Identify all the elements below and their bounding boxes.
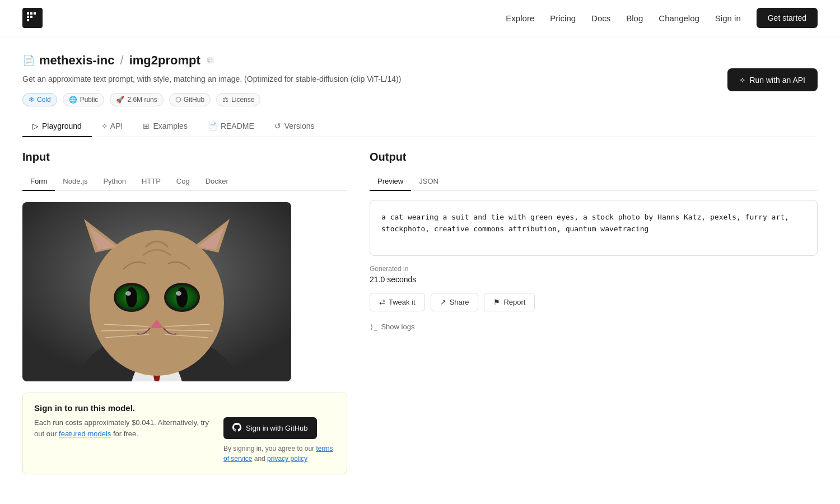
model-name: img2prompt bbox=[129, 53, 200, 68]
nav-blog[interactable]: Blog bbox=[626, 13, 643, 23]
svg-point-18 bbox=[126, 287, 137, 307]
signin-description: Each run costs approximately $0.041. Alt… bbox=[34, 417, 212, 439]
input-tabs: Form Node.js Python HTTP Cog Docker bbox=[22, 172, 347, 191]
output-result-box: a cat wearing a suit and tie with green … bbox=[370, 200, 818, 256]
output-tabs: Preview JSON bbox=[370, 172, 818, 191]
input-tab-cog[interactable]: Cog bbox=[169, 172, 198, 191]
input-tab-http[interactable]: HTTP bbox=[134, 172, 169, 191]
rocket-icon: 🚀 bbox=[116, 96, 124, 104]
report-button[interactable]: ⚑ Report bbox=[484, 293, 535, 311]
nav-changelog[interactable]: Changelog bbox=[659, 13, 699, 23]
svg-point-22 bbox=[176, 287, 188, 307]
model-org-link[interactable]: methexis-inc bbox=[39, 53, 115, 68]
versions-icon: ↺ bbox=[274, 122, 281, 130]
readme-icon: 📄 bbox=[208, 122, 217, 130]
flag-icon: ⚑ bbox=[493, 298, 500, 306]
svg-rect-3 bbox=[27, 19, 29, 21]
input-image-container bbox=[22, 202, 291, 381]
nav-docs[interactable]: Docs bbox=[591, 13, 610, 23]
output-tab-preview[interactable]: Preview bbox=[370, 172, 411, 191]
featured-models-link[interactable]: featured models bbox=[59, 430, 111, 438]
input-tab-docker[interactable]: Docker bbox=[198, 172, 236, 191]
nav-signin[interactable]: Sign in bbox=[715, 13, 741, 23]
nav-explore[interactable]: Explore bbox=[506, 13, 534, 23]
input-tab-nodejs[interactable]: Node.js bbox=[55, 172, 95, 191]
signin-right: Sign in with GitHub By signing in, you a… bbox=[223, 417, 335, 464]
get-started-button[interactable]: Get started bbox=[757, 8, 818, 28]
globe-icon: 🌐 bbox=[69, 96, 77, 104]
svg-point-19 bbox=[125, 291, 131, 296]
examples-icon: ⊞ bbox=[143, 122, 150, 130]
output-section: Output Preview JSON a cat wearing a suit… bbox=[370, 151, 818, 474]
svg-point-11 bbox=[90, 230, 224, 376]
scale-icon: ⚖ bbox=[222, 96, 228, 104]
replicate-logo-icon bbox=[22, 8, 43, 28]
tab-versions[interactable]: ↺ Versions bbox=[264, 115, 325, 137]
output-result-text: a cat wearing a suit and tie with green … bbox=[381, 213, 789, 233]
model-separator: / bbox=[120, 53, 124, 68]
snowflake-icon: ❄ bbox=[29, 96, 34, 104]
share-icon: ↗ bbox=[440, 298, 446, 306]
svg-rect-6 bbox=[30, 16, 32, 18]
badge-github-link[interactable]: ⬡ GitHub bbox=[169, 93, 211, 106]
show-logs-button[interactable]: ⟩_ Show logs bbox=[370, 320, 414, 333]
model-type-icon: 📄 bbox=[22, 54, 35, 67]
github-icon: ⬡ bbox=[175, 96, 181, 104]
terminal-icon: ⟩_ bbox=[370, 323, 377, 331]
badge-cold: ❄ Cold bbox=[22, 93, 57, 106]
generated-in-label: Generated in bbox=[370, 265, 818, 273]
input-title: Input bbox=[22, 151, 347, 164]
privacy-link[interactable]: privacy policy bbox=[267, 455, 307, 463]
run-with-api-button[interactable]: ⟡ Run with an API bbox=[727, 68, 818, 91]
svg-rect-4 bbox=[30, 12, 32, 15]
model-title-row: 📄 methexis-inc / img2prompt bbox=[22, 53, 401, 68]
api-tab-icon: ⟡ bbox=[102, 121, 107, 130]
svg-rect-2 bbox=[27, 16, 29, 18]
tab-playground[interactable]: ▷ Playground bbox=[22, 115, 92, 137]
badge-license-link[interactable]: ⚖ License bbox=[216, 93, 260, 106]
logo[interactable] bbox=[22, 8, 43, 28]
copy-model-name-icon[interactable] bbox=[207, 55, 213, 66]
signin-overlay: Sign in to run this model. Each run cost… bbox=[22, 393, 347, 474]
api-icon: ⟡ bbox=[740, 75, 745, 85]
page-tabs: ▷ Playground ⟡ API ⊞ Examples 📄 README ↺… bbox=[22, 115, 818, 137]
signin-terms: By signing in, you agree to our terms of… bbox=[223, 444, 335, 464]
signin-left: Each run costs approximately $0.041. Alt… bbox=[34, 417, 212, 447]
output-tab-json[interactable]: JSON bbox=[411, 172, 446, 191]
share-button[interactable]: ↗ Share bbox=[431, 293, 479, 311]
badge-runs: 🚀 2.6M runs bbox=[110, 93, 163, 106]
tab-readme[interactable]: 📄 README bbox=[198, 115, 264, 137]
svg-rect-1 bbox=[27, 12, 29, 15]
cat-image bbox=[22, 202, 291, 381]
main-nav: Explore Pricing Docs Blog Changelog Sign… bbox=[506, 8, 818, 28]
svg-rect-5 bbox=[34, 12, 36, 15]
svg-point-23 bbox=[176, 291, 181, 296]
input-tab-form[interactable]: Form bbox=[22, 172, 55, 191]
tab-api[interactable]: ⟡ API bbox=[92, 115, 133, 137]
generated-in-value: 21.0 seconds bbox=[370, 275, 818, 284]
input-section: Input Form Node.js Python HTTP Cog Docke… bbox=[22, 151, 347, 474]
signin-github-button[interactable]: Sign in with GitHub bbox=[223, 417, 317, 439]
model-badges: ❄ Cold 🌐 Public 🚀 2.6M runs ⬡ GitHub bbox=[22, 93, 401, 106]
github-signin-icon bbox=[232, 423, 241, 433]
play-icon: ▷ bbox=[32, 122, 39, 130]
output-title: Output bbox=[370, 151, 818, 164]
signin-main: Each run costs approximately $0.041. Alt… bbox=[34, 417, 335, 464]
page-content: 📄 methexis-inc / img2prompt Get an appro… bbox=[0, 36, 840, 491]
output-actions: ⇄ Tweak it ↗ Share ⚑ Report bbox=[370, 293, 818, 311]
tweak-icon: ⇄ bbox=[379, 298, 385, 306]
badge-public: 🌐 Public bbox=[63, 93, 105, 106]
nav-pricing[interactable]: Pricing bbox=[550, 13, 576, 23]
input-tab-python[interactable]: Python bbox=[95, 172, 133, 191]
signin-title: Sign in to run this model. bbox=[34, 403, 335, 413]
tweak-it-button[interactable]: ⇄ Tweak it bbox=[370, 293, 425, 311]
header: Explore Pricing Docs Blog Changelog Sign… bbox=[0, 0, 840, 36]
tab-examples[interactable]: ⊞ Examples bbox=[133, 115, 197, 137]
model-description: Get an approximate text prompt, with sty… bbox=[22, 73, 401, 85]
model-header: 📄 methexis-inc / img2prompt Get an appro… bbox=[22, 53, 818, 106]
main-layout: Input Form Node.js Python HTTP Cog Docke… bbox=[22, 151, 818, 474]
